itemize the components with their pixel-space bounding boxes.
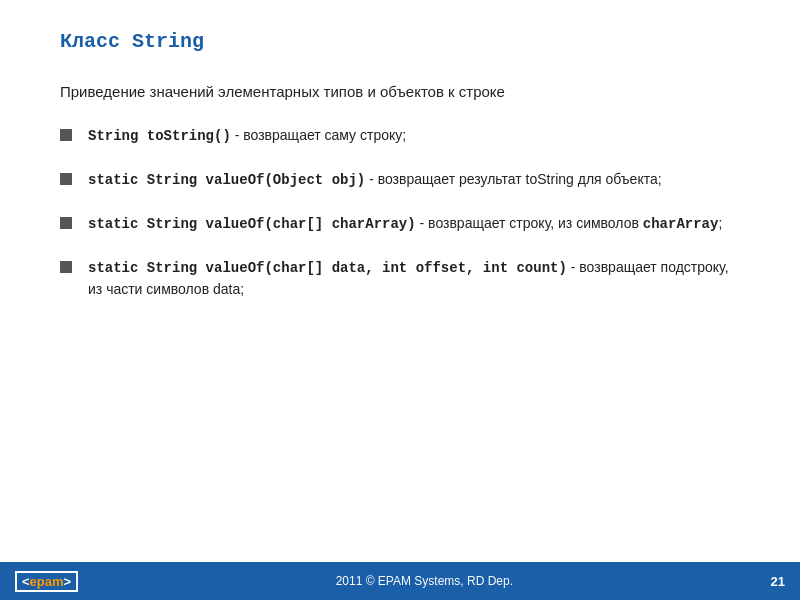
code-2: static String valueOf(Object obj) xyxy=(88,172,365,188)
logo-accent: epam xyxy=(30,574,64,589)
bullet-text-4: static String valueOf(char[] data, int o… xyxy=(88,257,740,300)
code-1: String toString() xyxy=(88,128,231,144)
content-area: Класс String Приведение значений элемент… xyxy=(0,0,800,562)
list-item: static String valueOf(char[] data, int o… xyxy=(60,257,740,300)
code-4: static String valueOf(char[] data, int o… xyxy=(88,260,567,276)
desc-3: - возвращает строку, из символов charArr… xyxy=(420,215,723,231)
bullet-text-2: static String valueOf(Object obj) - возв… xyxy=(88,169,740,191)
list-item: static String valueOf(Object obj) - возв… xyxy=(60,169,740,191)
slide: Класс String Приведение значений элемент… xyxy=(0,0,800,600)
code-3: static String valueOf(char[] charArray) xyxy=(88,216,416,232)
footer: <epam> 2011 © EPAM Systems, RD Dep. 21 xyxy=(0,562,800,600)
bullet-marker xyxy=(60,173,72,185)
bullet-text-1: String toString() - возвращает саму стро… xyxy=(88,125,740,147)
footer-logo: <epam> xyxy=(15,571,78,592)
footer-copyright: 2011 © EPAM Systems, RD Dep. xyxy=(78,574,770,588)
bullet-marker xyxy=(60,129,72,141)
list-item: String toString() - возвращает саму стро… xyxy=(60,125,740,147)
bullet-text-3: static String valueOf(char[] charArray) … xyxy=(88,213,740,235)
list-item: static String valueOf(char[] charArray) … xyxy=(60,213,740,235)
chararray-bold: charArray xyxy=(643,216,719,232)
subtitle: Приведение значений элементарных типов и… xyxy=(60,83,740,100)
bullet-marker xyxy=(60,217,72,229)
desc-2: - возвращает результат toString для объе… xyxy=(369,171,661,187)
slide-title: Класс String xyxy=(60,30,740,53)
desc-1: - возвращает саму строку; xyxy=(235,127,406,143)
bullet-list: String toString() - возвращает саму стро… xyxy=(60,125,740,300)
bullet-marker xyxy=(60,261,72,273)
footer-page: 21 xyxy=(771,574,785,589)
